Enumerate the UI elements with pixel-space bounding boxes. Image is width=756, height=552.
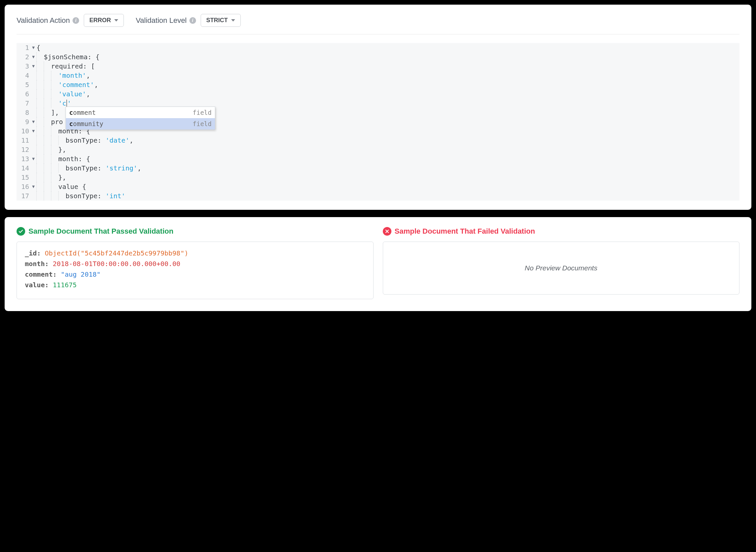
code-line[interactable]: 16▼value { — [17, 182, 739, 191]
passed-title: Sample Document That Passed Validation — [17, 227, 373, 236]
fold-toggle-icon — [30, 145, 36, 154]
fold-toggle-icon — [30, 71, 36, 80]
code-content[interactable]: { — [36, 43, 40, 52]
validation-action-label: Validation Action i — [17, 16, 79, 25]
code-content[interactable]: 'value', — [36, 89, 90, 99]
line-number: 13 — [17, 154, 30, 163]
fold-toggle-icon[interactable]: ▼ — [30, 154, 36, 163]
code-line[interactable]: 2▼$jsonSchema: { — [17, 52, 739, 61]
validation-action-dropdown[interactable]: ERROR — [84, 14, 124, 27]
code-content[interactable]: bsonType: 'string', — [36, 163, 141, 173]
code-line[interactable]: 12}, — [17, 145, 739, 154]
validation-toolbar: Validation Action i ERROR Validation Lev… — [17, 14, 739, 34]
line-number: 3 — [17, 61, 30, 71]
failed-title: Sample Document That Failed Validation — [383, 227, 740, 236]
fold-toggle-icon — [30, 191, 36, 200]
doc-field-month: month: 2018-08-01T00:00:00.00.000+00.00 — [25, 260, 365, 268]
doc-field-comment: comment: "aug 2018" — [25, 270, 365, 278]
code-content[interactable]: }, — [36, 173, 66, 182]
fold-toggle-icon — [30, 89, 36, 99]
autocomplete-type: field — [193, 119, 212, 128]
fold-toggle-icon[interactable]: ▼ — [30, 43, 36, 52]
passed-document-box: _id: ObjectId("5c45bf2447de2b5c9979bb98"… — [17, 242, 373, 299]
fold-toggle-icon[interactable]: ▼ — [30, 117, 36, 126]
validation-level-dropdown[interactable]: STRICT — [201, 14, 241, 27]
line-number: 15 — [17, 173, 30, 182]
failed-column: Sample Document That Failed Validation N… — [383, 227, 740, 299]
chevron-down-icon — [231, 19, 235, 21]
line-number: 11 — [17, 136, 30, 145]
validation-results-panel: Sample Document That Passed Validation _… — [5, 217, 751, 311]
code-editor[interactable]: 1▼{2▼$jsonSchema: {3▼required: [4'month'… — [17, 43, 739, 200]
code-content[interactable]: 'month', — [36, 71, 90, 80]
line-number: 8 — [17, 108, 30, 117]
code-line[interactable]: 13▼month: { — [17, 154, 739, 163]
line-number: 14 — [17, 163, 30, 173]
line-number: 16 — [17, 182, 30, 191]
info-icon[interactable]: i — [73, 17, 79, 24]
fold-toggle-icon — [30, 136, 36, 145]
check-circle-icon — [17, 227, 25, 236]
info-icon[interactable]: i — [189, 17, 196, 24]
line-number: 5 — [17, 80, 30, 89]
code-line[interactable]: 11bsonType: 'date', — [17, 136, 739, 145]
chevron-down-icon — [114, 19, 118, 21]
line-number: 1 — [17, 43, 30, 52]
code-line[interactable]: 6'value', — [17, 89, 739, 99]
doc-field-id: _id: ObjectId("5c45bf2447de2b5c9979bb98"… — [25, 249, 365, 257]
fold-toggle-icon — [30, 173, 36, 182]
autocomplete-type: field — [193, 108, 212, 117]
validation-level-label: Validation Level i — [136, 16, 196, 25]
code-line[interactable]: 1▼{ — [17, 43, 739, 52]
line-number: 4 — [17, 71, 30, 80]
line-number: 12 — [17, 145, 30, 154]
line-number: 10 — [17, 126, 30, 136]
code-line[interactable]: 5'comment', — [17, 80, 739, 89]
code-content[interactable]: ], — [36, 108, 59, 117]
code-content[interactable]: pro — [36, 117, 63, 126]
code-content[interactable]: required: [ — [36, 61, 95, 71]
code-line[interactable]: 4'month', — [17, 71, 739, 80]
line-number: 2 — [17, 52, 30, 61]
code-content[interactable]: 'comment', — [36, 80, 98, 89]
code-content[interactable]: bsonType: 'int' — [36, 191, 125, 200]
code-line[interactable]: 3▼required: [ — [17, 61, 739, 71]
code-line[interactable]: 14bsonType: 'string', — [17, 163, 739, 173]
code-content[interactable]: month: { — [36, 154, 90, 163]
line-number: 17 — [17, 191, 30, 200]
line-number: 6 — [17, 89, 30, 99]
fold-toggle-icon[interactable]: ▼ — [30, 61, 36, 71]
passed-column: Sample Document That Passed Validation _… — [17, 227, 373, 299]
validation-editor-panel: Validation Action i ERROR Validation Lev… — [5, 5, 751, 210]
text-cursor — [67, 100, 67, 107]
fold-toggle-icon — [30, 99, 36, 108]
autocomplete-item[interactable]: commentfield — [66, 107, 215, 118]
autocomplete-item[interactable]: communityfield — [66, 118, 215, 129]
x-circle-icon — [383, 227, 392, 236]
fold-toggle-icon — [30, 163, 36, 173]
autocomplete-popup[interactable]: commentfieldcommunityfield — [66, 107, 215, 130]
fold-toggle-icon[interactable]: ▼ — [30, 126, 36, 136]
failed-document-box: No Preview Documents — [383, 242, 740, 294]
fold-toggle-icon — [30, 108, 36, 117]
code-content[interactable]: $jsonSchema: { — [36, 52, 100, 61]
fold-toggle-icon[interactable]: ▼ — [30, 52, 36, 61]
code-content[interactable]: }, — [36, 145, 66, 154]
fold-toggle-icon[interactable]: ▼ — [30, 182, 36, 191]
line-number: 9 — [17, 117, 30, 126]
doc-field-value: value: 111675 — [25, 281, 365, 289]
code-line[interactable]: 15}, — [17, 173, 739, 182]
line-number: 7 — [17, 99, 30, 108]
fold-toggle-icon — [30, 80, 36, 89]
code-line[interactable]: 17bsonType: 'int' — [17, 191, 739, 200]
code-content[interactable]: bsonType: 'date', — [36, 136, 133, 145]
no-preview-text: No Preview Documents — [525, 264, 598, 272]
code-content[interactable]: value { — [36, 182, 86, 191]
